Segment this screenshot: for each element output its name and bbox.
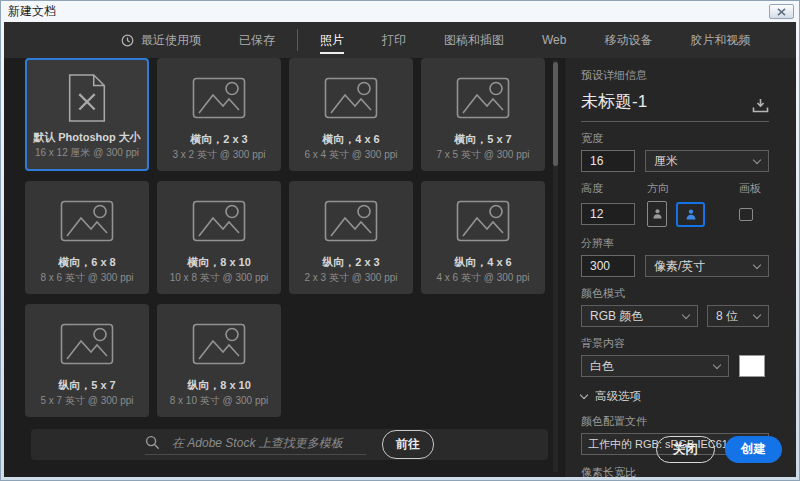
- background-label: 背景内容: [581, 336, 769, 351]
- save-preset-button[interactable]: [752, 98, 769, 113]
- orientation-portrait-button[interactable]: [647, 201, 667, 227]
- unit-value: 厘米: [654, 153, 678, 170]
- preset-title: 横向，8 x 10: [187, 254, 251, 271]
- preset-title: 纵向，8 x 10: [187, 377, 251, 394]
- grid-scrollbar[interactable]: [553, 60, 558, 472]
- image-placeholder-icon: [192, 58, 246, 131]
- search-field: [145, 435, 366, 455]
- color-mode-row: RGB 颜色 8 位: [581, 305, 769, 327]
- preset-card[interactable]: 横向，2 x 3 3 x 2 英寸 @ 300 ppi: [157, 58, 281, 171]
- height-input[interactable]: [581, 203, 635, 225]
- width-input[interactable]: [581, 150, 635, 172]
- artboard-checkbox[interactable]: [739, 208, 753, 221]
- preset-subtitle: 8 x 10 英寸 @ 300 ppi: [170, 394, 269, 408]
- tab-label: 打印: [382, 32, 406, 49]
- background-select[interactable]: 白色: [581, 355, 729, 377]
- unit-select[interactable]: 厘米: [645, 150, 769, 172]
- scrollbar-thumb[interactable]: [553, 62, 558, 166]
- tab-divider: [297, 29, 298, 51]
- preset-card[interactable]: 横向，4 x 6 6 x 4 英寸 @ 300 ppi: [289, 58, 413, 171]
- bit-depth-select[interactable]: 8 位: [707, 305, 769, 327]
- tab-art-illustration[interactable]: 图稿和插图: [425, 22, 523, 58]
- tab-label: 照片: [320, 32, 344, 49]
- panel-header: 预设详细信息: [581, 68, 769, 83]
- search-icon: [145, 435, 160, 450]
- preset-title: 横向，2 x 3: [190, 131, 247, 148]
- close-button[interactable]: [769, 4, 794, 19]
- preset-title: 纵向，5 x 7: [58, 377, 115, 394]
- stock-search-input[interactable]: [170, 435, 366, 451]
- window-title: 新建文档: [8, 3, 56, 20]
- tab-web[interactable]: Web: [523, 22, 585, 58]
- preset-card[interactable]: 纵向，2 x 3 2 x 3 英寸 @ 300 ppi: [289, 181, 413, 294]
- preset-card-default-photoshop[interactable]: 默认 Photoshop 大小 16 x 12 厘米 @ 300 ppi: [25, 58, 149, 171]
- image-placeholder-icon: [456, 181, 510, 254]
- tab-saved[interactable]: 已保存: [220, 22, 294, 58]
- preset-subtitle: 4 x 6 英寸 @ 300 ppi: [437, 271, 530, 285]
- resolution-unit-value: 像素/英寸: [654, 258, 705, 275]
- tab-photo[interactable]: 照片: [301, 22, 363, 58]
- image-placeholder-icon: [60, 181, 114, 254]
- advanced-options-label: 高级选项: [595, 389, 641, 404]
- go-button[interactable]: 前往: [382, 430, 434, 459]
- person-icon: [652, 208, 663, 220]
- tab-label: 移动设备: [604, 32, 652, 49]
- resolution-label: 分辨率: [581, 236, 769, 251]
- resolution-unit-select[interactable]: 像素/英寸: [645, 255, 769, 277]
- background-value: 白色: [590, 358, 614, 375]
- create-button[interactable]: 创建: [725, 436, 782, 463]
- orientation-landscape-button[interactable]: [676, 202, 705, 227]
- preset-card[interactable]: 纵向，8 x 10 8 x 10 英寸 @ 300 ppi: [157, 304, 281, 417]
- advanced-options-toggle[interactable]: 高级选项: [581, 389, 769, 404]
- width-row: 厘米: [581, 150, 769, 172]
- preset-title: 纵向，2 x 3: [322, 254, 379, 271]
- image-placeholder-icon: [192, 304, 246, 377]
- preset-title: 默认 Photoshop 大小: [33, 129, 141, 146]
- category-tabbar: 最近使用项 已保存 照片 打印 图稿和插图 Web 移动设备 胶片和视频: [4, 22, 796, 58]
- titlebar: 新建文档: [1, 1, 799, 22]
- image-placeholder-icon: [60, 304, 114, 377]
- preset-subtitle: 16 x 12 厘米 @ 300 ppi: [35, 146, 139, 160]
- tab-mobile[interactable]: 移动设备: [585, 22, 671, 58]
- height-label: 高度: [581, 181, 647, 196]
- preset-card[interactable]: 横向，8 x 10 10 x 8 英寸 @ 300 ppi: [157, 181, 281, 294]
- document-name-input[interactable]: 未标题-1: [581, 90, 752, 113]
- close-dialog-button[interactable]: 关闭: [656, 436, 715, 463]
- person-icon: [685, 208, 697, 221]
- chevron-down-icon: [753, 310, 761, 318]
- image-placeholder-icon: [192, 181, 246, 254]
- dialog-content: 最近使用项 已保存 照片 打印 图稿和插图 Web 移动设备 胶片和视频 默认 …: [4, 22, 796, 477]
- preset-card[interactable]: 纵向，4 x 6 4 x 6 英寸 @ 300 ppi: [421, 181, 545, 294]
- close-icon: [777, 8, 786, 16]
- chevron-down-icon: [713, 360, 721, 368]
- preset-card[interactable]: 横向，5 x 7 7 x 5 英寸 @ 300 ppi: [421, 58, 545, 171]
- image-placeholder-icon: [324, 58, 378, 131]
- preset-card[interactable]: 横向，6 x 8 8 x 6 英寸 @ 300 ppi: [25, 181, 149, 294]
- bit-depth-value: 8 位: [716, 308, 738, 325]
- preset-grid: 默认 Photoshop 大小 16 x 12 厘米 @ 300 ppi 横向，…: [25, 58, 545, 417]
- resolution-input[interactable]: [581, 255, 635, 277]
- chevron-down-icon: [580, 391, 588, 399]
- preset-subtitle: 6 x 4 英寸 @ 300 ppi: [305, 148, 398, 162]
- tab-film-video[interactable]: 胶片和视频: [671, 22, 769, 58]
- image-placeholder-icon: [456, 58, 510, 131]
- chevron-down-icon: [682, 310, 690, 318]
- color-mode-value: RGB 颜色: [590, 308, 643, 325]
- color-mode-select[interactable]: RGB 颜色: [581, 305, 698, 327]
- preset-title: 横向，5 x 7: [454, 131, 511, 148]
- preset-card[interactable]: 纵向，5 x 7 5 x 7 英寸 @ 300 ppi: [25, 304, 149, 417]
- tab-recent[interactable]: 最近使用项: [102, 22, 220, 58]
- save-preset-icon: [752, 98, 769, 113]
- tab-label: 最近使用项: [141, 32, 201, 49]
- clock-icon: [121, 34, 134, 47]
- preset-title: 纵向，4 x 6: [454, 254, 511, 271]
- tab-print[interactable]: 打印: [363, 22, 425, 58]
- width-label: 宽度: [581, 131, 769, 146]
- tab-label: 胶片和视频: [690, 32, 750, 49]
- background-color-swatch[interactable]: [739, 355, 765, 377]
- artboard-label: 画板: [739, 181, 769, 196]
- orientation-label: 方向: [647, 181, 739, 196]
- chevron-down-icon: [753, 155, 761, 163]
- preset-subtitle: 8 x 6 英寸 @ 300 ppi: [41, 271, 134, 285]
- preset-subtitle: 5 x 7 英寸 @ 300 ppi: [41, 394, 134, 408]
